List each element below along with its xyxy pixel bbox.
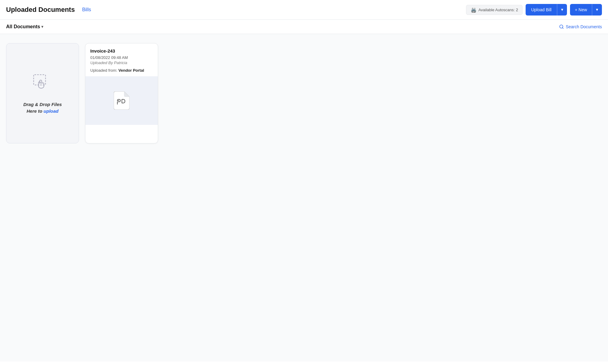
document-card-info: Invoice-243 01/08/2022 09:48 AM Uploaded… [85,43,158,76]
search-documents-link[interactable]: Search Documents [559,24,602,29]
document-title: Invoice-243 [90,48,153,53]
upload-bill-dropdown-button[interactable]: ▼ [557,4,567,15]
drop-zone-card[interactable]: Drag & Drop Files Here to upload [6,43,79,143]
chevron-down-icon: ▾ [41,25,43,29]
svg-line-1 [562,28,563,29]
drop-zone-line1: Drag & Drop Files [23,101,62,108]
new-button-group: + New ▼ [570,4,602,15]
hand-upload-icon [30,72,55,96]
document-source-label: Uploaded from: [90,68,117,73]
search-documents-label: Search Documents [566,24,602,29]
new-dropdown-arrow: ▼ [595,8,599,12]
upload-bill-dropdown-arrow: ▼ [560,8,564,12]
header: Uploaded Documents Bills 🖨️ Available Au… [0,0,608,20]
cards-container: Drag & Drop Files Here to upload Invoice… [6,43,602,143]
search-icon [559,24,564,29]
document-datetime: 01/08/2022 09:48 AM [90,55,153,60]
upload-bill-button-group: Upload Bill ▼ [526,4,567,15]
document-card-preview [85,76,158,125]
document-uploader: Uploaded By Patricia [90,60,153,65]
upload-bill-button[interactable]: Upload Bill [526,4,557,15]
header-left: Uploaded Documents Bills [6,6,91,14]
header-right: 🖨️ Available Autoscans: 2 Upload Bill ▼ … [466,4,602,15]
pdf-icon [114,91,130,110]
new-button[interactable]: + New [570,4,592,15]
new-dropdown-button[interactable]: ▼ [592,4,602,15]
autoscans-badge: 🖨️ Available Autoscans: 2 [466,5,523,15]
printer-icon: 🖨️ [471,7,477,13]
drop-zone-line2: Here to upload [23,108,62,115]
drop-zone-icon [30,72,55,96]
document-source-value: Vendor Portal [119,68,144,73]
page-title: Uploaded Documents [6,6,75,14]
autoscans-label: Available Autoscans: 2 [478,8,518,12]
filter-label[interactable]: All Documents ▾ [6,24,43,29]
upload-link[interactable]: upload [43,108,58,114]
tab-bills[interactable]: Bills [82,7,91,12]
drop-zone-text: Drag & Drop Files Here to upload [23,101,62,115]
content-area: Drag & Drop Files Here to upload Invoice… [0,34,608,362]
pdf-file-icon [114,91,130,110]
document-source: Uploaded from: Vendor Portal [90,68,153,73]
document-card[interactable]: Invoice-243 01/08/2022 09:48 AM Uploaded… [85,43,158,143]
toolbar: All Documents ▾ Search Documents [0,20,608,34]
filter-label-text: All Documents [6,24,40,29]
